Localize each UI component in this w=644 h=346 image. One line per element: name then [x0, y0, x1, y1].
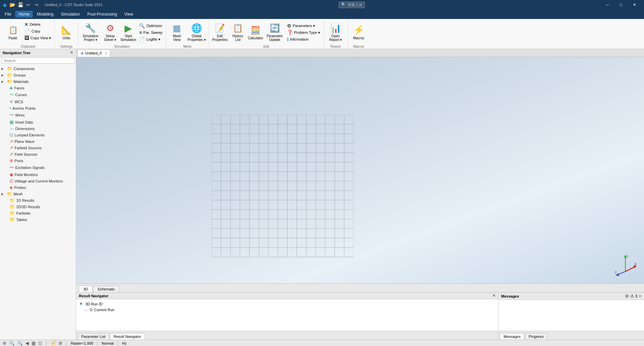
simulation-small-btns: 🔍Optimizer ≡Par. Sweep 📄Logfile ▾ [138, 22, 163, 43]
menu-modeling[interactable]: Modeling [34, 11, 57, 18]
undo-icon[interactable]: ↩ [25, 1, 32, 8]
parameters-button[interactable]: ⚙Parameters ▾ [286, 22, 321, 29]
nav-item-anchor-points[interactable]: • Anchor Points [0, 105, 76, 111]
menu-postprocessing[interactable]: Post-Processing [84, 11, 120, 18]
simulation-project-button[interactable]: 🔧 SimulationProject ▾ [80, 21, 101, 43]
view-tab-untitled[interactable]: ◈ Untitled_0 ✕ [77, 49, 110, 57]
nav-item-tables[interactable]: 📁 Tables [0, 216, 76, 223]
tab-progress[interactable]: Progress [525, 333, 547, 340]
status-layers-icon[interactable]: ⊞ [59, 341, 62, 346]
tab-result-navigator[interactable]: Result Navigator [110, 333, 145, 340]
nav-item-farfields[interactable]: 📁 Farfields [0, 210, 76, 216]
result-nav-current-run[interactable]: — 0: Current Run [79, 307, 495, 312]
nav-item-probes[interactable]: ◈ Probes [0, 184, 76, 191]
nav-item-ports[interactable]: ⊕ Ports [0, 157, 76, 164]
nav-item-curves[interactable]: 〜 Curves [0, 91, 76, 99]
status-nav-icon[interactable]: 🧭 [50, 341, 56, 346]
nav-item-field-sources[interactable]: ↗ Field Sources [0, 151, 76, 157]
viewport-3d[interactable]: y x z [76, 57, 644, 283]
tab-messages[interactable]: Messages [500, 333, 524, 340]
menu-file[interactable]: File [1, 11, 15, 18]
nav-tree-title: Navigation Tree [3, 51, 30, 55]
status-prev-icon[interactable]: ◀ [25, 341, 29, 346]
tab-parameter-list[interactable]: Parameter List [77, 333, 109, 340]
svg-marker-36 [634, 265, 637, 268]
open-folder-icon[interactable]: 📂 [9, 1, 16, 8]
status-grid-icon[interactable]: ▦ [31, 341, 36, 346]
par-sweep-button[interactable]: ≡Par. Sweep [138, 29, 163, 36]
mesh-view-button[interactable]: ▦ MeshView [168, 21, 186, 43]
status-snap-icon[interactable]: ⊡ [38, 341, 42, 346]
nav-item-components[interactable]: ▶ 📁 Components [0, 65, 76, 72]
edit-properties-button[interactable]: 📝 EditProperties [211, 21, 229, 43]
global-properties-button[interactable]: 🌐 GlobalProperties ▾ [186, 21, 207, 43]
nav-item-groups[interactable]: ▶ 📁 Groups [0, 72, 76, 78]
menu-view[interactable]: View [121, 11, 136, 18]
optimizer-button[interactable]: 🔍Optimizer [138, 22, 163, 29]
redo-icon[interactable]: ↪ [33, 1, 40, 8]
minimize-button[interactable]: ─ [601, 0, 614, 9]
nav-item-faces[interactable]: ◈ Faces [0, 85, 76, 91]
logfile-button[interactable]: 📄Logfile ▾ [138, 36, 163, 43]
filter-icon: ▼ [79, 301, 83, 306]
nav-item-1d-results[interactable]: 📁 1D Results [0, 197, 76, 203]
nav-item-voltage-current[interactable]: ⊡ Voltage and Current Monitors [0, 178, 76, 184]
menu-home[interactable]: Home [15, 11, 33, 18]
result-nav-filter-row: ▼ 3D Run ID [79, 301, 495, 307]
delete-button[interactable]: ✕Delete [23, 21, 52, 28]
ribbon-group-clipboard: 📋 Paste ✕Delete 📄Copy 🖼Copy View ▾ Clipb… [1, 20, 55, 48]
nav-item-wires[interactable]: 〜 Wires [0, 111, 76, 119]
information-button[interactable]: ℹInformation [286, 36, 321, 43]
nav-item-wcs[interactable]: ✛ WCS [0, 99, 76, 105]
nav-item-lumped-elements[interactable]: ⊡ Lumped Elements [0, 132, 76, 138]
status-mode-label: Normal [102, 341, 113, 345]
tab-label: Untitled_0 [85, 51, 102, 55]
mesh-label: Mesh [168, 45, 207, 48]
status-zoom-icon[interactable]: 🔍 [17, 341, 23, 346]
app-logo-icon: ◈ [3, 2, 7, 8]
nav-search-input[interactable] [1, 58, 74, 64]
messages-warning-icon[interactable]: ⚠ [630, 294, 634, 299]
messages-list-icon[interactable]: ≡ [639, 294, 641, 299]
tab-close-icon[interactable]: ✕ [105, 51, 107, 55]
messages-title: Messages [501, 294, 519, 298]
ribbon-content: 📋 Paste ✕Delete 📄Copy 🖼Copy View ▾ Clipb… [0, 19, 644, 49]
problem-type-button[interactable]: ❓Problem Type ▾ [286, 29, 321, 36]
status-zoom-fit-icon[interactable]: ⊕ [3, 341, 6, 346]
macros-button[interactable]: ⚡ Macros [350, 21, 368, 43]
title-search-bar[interactable]: 🔍 搜索上传 [339, 2, 365, 8]
nav-item-field-monitors[interactable]: ◉ Field Monitors [0, 171, 76, 178]
result-nav-close-icon[interactable]: ✕ [492, 294, 495, 298]
nav-item-materials[interactable]: ▶ 📁 Materials [0, 78, 76, 85]
units-button[interactable]: 📐 Units [57, 21, 76, 43]
messages-info-icon[interactable]: ℹ [636, 294, 637, 299]
copy-button[interactable]: 📄Copy [23, 28, 52, 35]
messages-clear-icon[interactable]: ⊖ [625, 294, 629, 299]
status-zoom-out-icon[interactable]: 🔍 [9, 341, 15, 346]
open-report-button[interactable]: 📊 OpenReport ▾ [326, 21, 346, 43]
parametric-update-button[interactable]: 🔄 ParametricUpdate [265, 21, 285, 43]
copy-view-button[interactable]: 🖼Copy View ▾ [23, 35, 52, 41]
title-quick-access: 📂 💾 ↩ ↪ [9, 1, 40, 8]
tab-schematic[interactable]: Schematic [93, 286, 119, 292]
menu-simulation[interactable]: Simulation [58, 11, 83, 18]
nav-item-farfield-sources[interactable]: ↗ Farfield Sources [0, 145, 76, 151]
nav-item-plane-wave[interactable]: ↗ Plane Wave [0, 138, 76, 145]
nav-item-voxel-data[interactable]: ▦ Voxel Data [0, 119, 76, 125]
nav-item-2d3d-results[interactable]: 📁 2D/3D Results [0, 203, 76, 210]
svg-line-35 [625, 266, 636, 272]
nav-item-mesh[interactable]: ▶ 📁 Mesh [0, 191, 76, 197]
save-icon[interactable]: 💾 [17, 1, 24, 8]
calculator-button[interactable]: 🧮 Calculator [247, 21, 264, 43]
nav-item-dimensions[interactable]: ↔ Dimensions [0, 125, 76, 132]
setup-solver-button[interactable]: ⚙ SetupSolver ▾ [101, 21, 119, 43]
close-button[interactable]: ✕ [628, 0, 641, 9]
messages-panel: Messages ⊖ ⚠ ℹ ≡ Messages Progress [498, 293, 644, 340]
nav-item-excitation-signals[interactable]: 〜 Excitation Signals [0, 164, 76, 171]
paste-button[interactable]: 📋 Paste [3, 21, 22, 43]
maximize-button[interactable]: □ [614, 0, 628, 9]
tab-3d[interactable]: 3D [79, 286, 92, 292]
start-simulation-button[interactable]: ▶ StartSimulation [119, 21, 137, 43]
nav-tree-close-icon[interactable]: ✕ [70, 50, 73, 55]
history-list-button[interactable]: 📋 HistoryList [229, 21, 246, 43]
